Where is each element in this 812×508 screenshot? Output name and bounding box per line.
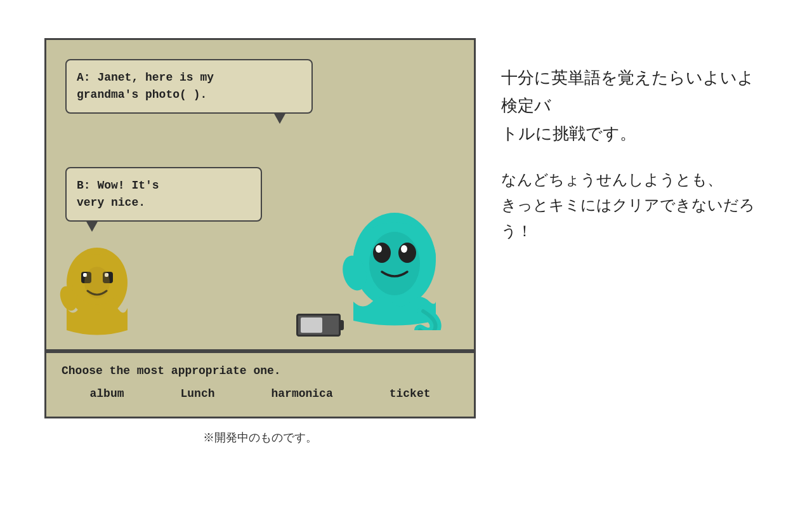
game-screen: A: Janet, here is my grandma's photo( ).… (44, 38, 476, 418)
choice-area: Choose the most appropriate one. album L… (46, 351, 474, 417)
sidebar-sub-text: なんどちょうせんしようとも、 きっとキミにはクリアできないだろう！ (501, 167, 768, 244)
sidebar-line1: 十分に英単語を覚えたらいよいよ検定バ (501, 68, 754, 115)
bubble-a-text: A: Janet, here is my (77, 71, 214, 84)
choice-options: album Lunch harmonica ticket (62, 385, 459, 403)
bubble-a-text2: grandma's photo( ). (77, 88, 207, 101)
option-harmonica[interactable]: harmonica (266, 385, 337, 403)
bubble-a: A: Janet, here is my grandma's photo( ). (65, 59, 313, 114)
svg-point-6 (84, 267, 110, 298)
svg-point-12 (373, 243, 391, 263)
svg-point-14 (376, 245, 382, 253)
bubble-b: B: Wow! It's very nice. (65, 167, 262, 222)
dev-notice: ※開発中のものです。 (203, 430, 317, 445)
teal-ghost-svg (341, 203, 449, 330)
svg-point-13 (398, 243, 416, 263)
game-area: A: Janet, here is my grandma's photo( ).… (46, 40, 474, 351)
battery-fill (301, 318, 322, 333)
svg-point-10 (369, 232, 420, 295)
bubble-b-text: B: Wow! It's (77, 179, 159, 192)
yellow-ghost-svg (59, 235, 135, 337)
battery-icon (296, 314, 341, 337)
sidebar-line2: トルに挑戦です。 (501, 124, 636, 143)
sidebar-line3: なんどちょうせんしようとも、 (501, 171, 723, 188)
yellow-ghost (59, 235, 135, 337)
game-panel: A: Janet, here is my grandma's photo( ).… (44, 38, 476, 445)
option-album[interactable]: album (84, 385, 129, 403)
option-ticket[interactable]: ticket (384, 385, 436, 403)
teal-ghost (341, 203, 449, 330)
choice-instruction: Choose the most appropriate one. (62, 364, 459, 377)
main-container: A: Janet, here is my grandma's photo( ).… (0, 0, 812, 508)
text-panel: 十分に英単語を覚えたらいよいよ検定バ トルに挑戦です。 なんどちょうせんしようと… (501, 38, 768, 244)
bubble-b-text2: very nice. (77, 196, 145, 209)
sidebar-main-text: 十分に英単語を覚えたらいよいよ検定バ トルに挑戦です。 (501, 64, 768, 148)
sidebar-line4: きっとキミにはクリアできないだろう！ (501, 196, 755, 239)
option-lunch[interactable]: Lunch (175, 385, 219, 403)
svg-point-15 (401, 245, 407, 253)
